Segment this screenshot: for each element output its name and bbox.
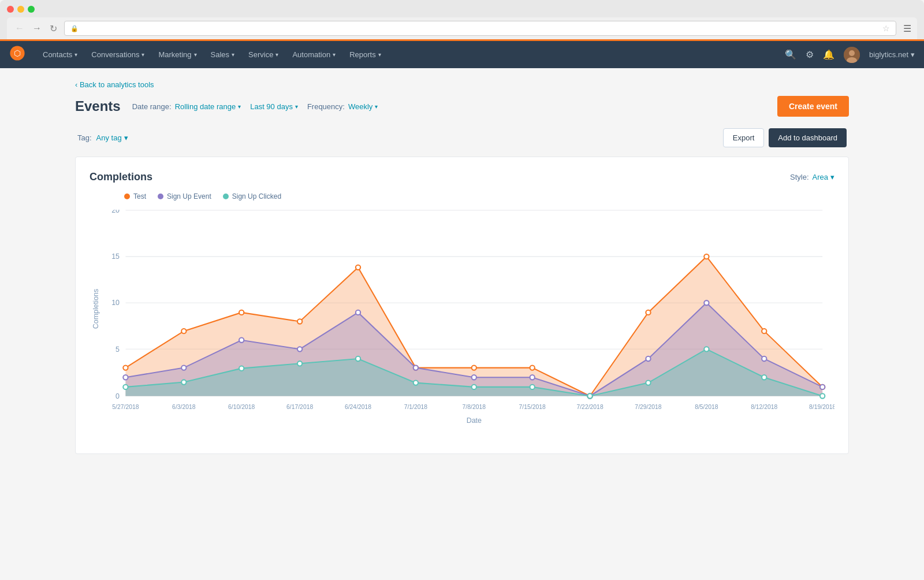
lock-icon: 🔒 — [70, 25, 79, 32]
test-point — [297, 319, 302, 324]
tag-row: Tag: Any tag ▾ Export Add to dashboard — [75, 128, 849, 147]
date-range-dropdown[interactable]: Rolling date range ▾ — [175, 102, 241, 111]
svg-text:20: 20 — [111, 210, 120, 214]
forward-nav-button[interactable]: → — [30, 22, 44, 35]
main-nav: ⬡ Contacts ▾ Conversations ▾ Marketing ▾… — [0, 39, 924, 68]
legend-item-signup-event: Sign Up Event — [158, 192, 211, 200]
chart-legend: Test Sign Up Event Sign Up Clicked — [90, 192, 834, 200]
nav-item-sales[interactable]: Sales ▾ — [205, 40, 241, 69]
signup-clicked-point — [646, 380, 650, 385]
svg-text:10: 10 — [111, 299, 120, 307]
nav-item-service[interactable]: Service ▾ — [243, 40, 284, 69]
nav-right: 🔍 ⚙ 🔔 biglytics.net ▾ — [785, 47, 915, 63]
browser-toolbar: ← → ↻ 🔒 ☆ ☰ — [7, 17, 917, 39]
chevron-down-icon: ▾ — [74, 51, 77, 58]
chevron-down-icon: ▾ — [232, 51, 234, 58]
svg-text:Completions: Completions — [92, 289, 100, 329]
create-event-button[interactable]: Create event — [777, 96, 849, 117]
signup-event-point — [704, 300, 709, 305]
test-point — [646, 310, 650, 315]
signup-clicked-point — [356, 356, 360, 361]
legend-dot-signup-event — [158, 194, 163, 199]
signup-clicked-point — [123, 385, 128, 389]
traffic-lights — [7, 6, 917, 13]
frequency-filter: Frequency: Weekly ▾ — [307, 102, 378, 111]
signup-event-point — [646, 356, 650, 361]
browser-menu-icon[interactable]: ☰ — [903, 23, 911, 34]
date-period-dropdown[interactable]: Last 90 days ▾ — [250, 102, 298, 111]
chart-title: Completions — [90, 171, 152, 183]
add-to-dashboard-button[interactable]: Add to dashboard — [769, 128, 847, 147]
chevron-down-icon: ▾ — [333, 51, 336, 58]
svg-text:5/27/2018: 5/27/2018 — [112, 404, 139, 410]
test-point — [762, 329, 766, 333]
frequency-dropdown[interactable]: Weekly ▾ — [348, 102, 378, 111]
chevron-down-icon: ▾ — [378, 51, 381, 58]
test-point — [123, 365, 128, 370]
chart-svg: 0 5 10 15 20 Completions 5/27/2018 6/3/2… — [90, 210, 834, 438]
style-selector: Style: Area ▾ — [790, 173, 834, 181]
search-icon[interactable]: 🔍 — [785, 49, 796, 60]
nav-item-contacts[interactable]: Contacts ▾ — [37, 40, 83, 69]
chart-container: 0 5 10 15 20 Completions 5/27/2018 6/3/2… — [90, 210, 834, 440]
browser-nav: ← → ↻ — [13, 22, 59, 35]
svg-text:8/5/2018: 8/5/2018 — [695, 404, 718, 410]
page-content: ‹ Back to analytics tools Events Date ra… — [58, 68, 866, 466]
signup-clicked-point — [762, 375, 766, 380]
chevron-down-icon: ▾ — [275, 51, 278, 58]
signup-event-point — [123, 375, 128, 380]
signup-clicked-point — [704, 347, 709, 351]
frequency-label: Frequency: — [307, 102, 345, 111]
url-bar[interactable]: 🔒 ☆ — [64, 21, 896, 36]
style-dropdown[interactable]: Area ▾ — [813, 173, 834, 181]
legend-dot-test — [124, 194, 130, 199]
maximize-button[interactable] — [28, 6, 35, 13]
legend-dot-signup-clicked — [223, 194, 229, 199]
chevron-down-icon: ▾ — [238, 103, 241, 110]
signup-clicked-point — [530, 385, 535, 389]
settings-icon[interactable]: ⚙ — [806, 49, 814, 60]
nav-item-reports[interactable]: Reports ▾ — [344, 40, 387, 69]
test-point — [472, 365, 476, 370]
browser-chrome: ← → ↻ 🔒 ☆ ☰ — [0, 0, 924, 39]
test-point — [356, 265, 360, 270]
page-header: Events Date range: Rolling date range ▾ … — [75, 96, 849, 117]
nav-item-marketing[interactable]: Marketing ▾ — [152, 40, 202, 69]
chevron-down-icon: ▾ — [124, 133, 128, 142]
signup-clicked-point — [472, 385, 476, 389]
avatar[interactable] — [844, 47, 860, 63]
notifications-icon[interactable]: 🔔 — [823, 49, 834, 60]
page-title: Events — [75, 98, 121, 114]
chevron-down-icon: ▾ — [295, 103, 298, 110]
signup-event-point — [530, 375, 535, 380]
svg-text:Date: Date — [467, 417, 482, 425]
chevron-down-icon: ▾ — [830, 173, 834, 181]
account-name[interactable]: biglytics.net ▾ — [869, 50, 915, 59]
chevron-down-icon: ▾ — [194, 51, 197, 58]
reload-button[interactable]: ↻ — [47, 22, 59, 35]
date-period-filter: Last 90 days ▾ — [250, 102, 298, 111]
close-button[interactable] — [7, 6, 14, 13]
export-button[interactable]: Export — [723, 128, 765, 147]
tag-label: Tag: — [77, 133, 92, 142]
signup-event-point — [762, 356, 766, 361]
svg-text:7/8/2018: 7/8/2018 — [463, 404, 486, 410]
svg-text:8/12/2018: 8/12/2018 — [751, 404, 777, 410]
nav-item-automation[interactable]: Automation ▾ — [286, 40, 341, 69]
style-label: Style: — [790, 173, 809, 181]
back-nav-button[interactable]: ← — [13, 22, 27, 35]
svg-text:7/29/2018: 7/29/2018 — [635, 404, 661, 410]
test-point — [181, 329, 186, 333]
minimize-button[interactable] — [17, 6, 24, 13]
hubspot-logo[interactable]: ⬡ — [9, 45, 25, 65]
back-link[interactable]: ‹ Back to analytics tools — [75, 80, 154, 89]
nav-item-conversations[interactable]: Conversations ▾ — [85, 40, 150, 69]
svg-text:7/1/2018: 7/1/2018 — [404, 404, 428, 410]
date-range-filter: Date range: Rolling date range ▾ — [132, 102, 241, 111]
svg-text:6/17/2018: 6/17/2018 — [286, 404, 313, 410]
chevron-down-icon: ▾ — [141, 51, 144, 58]
signup-event-point — [472, 375, 476, 380]
signup-clicked-point — [239, 366, 244, 370]
signup-clicked-point — [587, 393, 592, 398]
tag-dropdown[interactable]: Any tag ▾ — [96, 133, 128, 142]
